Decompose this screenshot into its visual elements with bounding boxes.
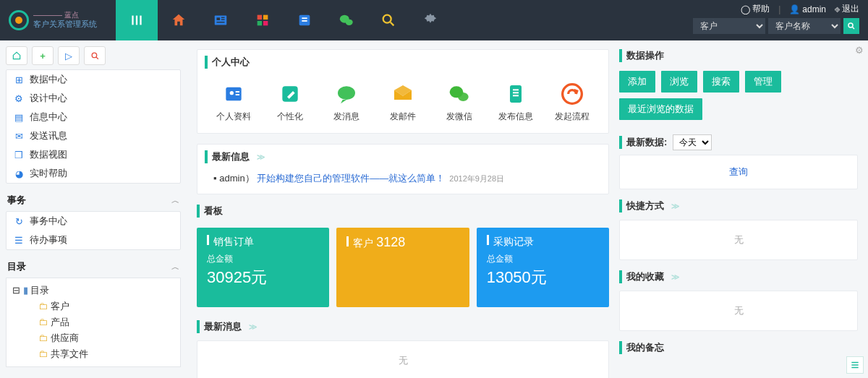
more-icon[interactable]: ≫	[257, 153, 265, 162]
tab-add[interactable]: +	[32, 46, 54, 65]
help-icon: ◕	[14, 168, 24, 179]
sidebar-item-info-center[interactable]: ▤信息中心	[7, 108, 180, 126]
corner-menu-button[interactable]	[846, 356, 864, 374]
nav-news[interactable]	[200, 0, 242, 40]
svg-point-36	[563, 85, 582, 104]
personal-center-card: 个人中心 个人资料个性化发消息发邮件发微信发布信息发起流程	[197, 49, 609, 134]
svg-rect-27	[236, 94, 239, 95]
search-button[interactable]	[843, 18, 859, 34]
nav-search[interactable]	[367, 0, 409, 40]
latest-msg-heading: 最新消息≫	[197, 320, 609, 333]
latest-info-heading: 最新信息≫	[205, 150, 601, 163]
svg-rect-4	[217, 17, 221, 20]
svg-point-22	[92, 53, 97, 58]
latest-info-card: 最新信息≫ ▪ admin） 开始构建您自己的管理软件——就这么简单！2012年…	[197, 144, 609, 194]
news-item[interactable]: ▪ admin） 开始构建您自己的管理软件——就这么简单！2012年9月28日	[205, 171, 601, 186]
sidebar-item-design-center[interactable]: ⚙设计中心	[7, 89, 180, 108]
plus-icon: +	[40, 51, 46, 61]
news-date: 2012年9月28日	[449, 174, 504, 183]
help-link[interactable]: ◯ 帮助	[741, 3, 770, 15]
latest-data-select[interactable]: 今天	[673, 134, 712, 150]
ops-btn-4[interactable]: 最近浏览的数据	[619, 98, 702, 120]
pc-item-3[interactable]: 发邮件	[378, 82, 427, 123]
sidebar-item-data-view[interactable]: ❒数据视图	[7, 145, 180, 164]
send-icon: ✉	[14, 131, 24, 141]
sidebar-item-send-msg[interactable]: ✉发送讯息	[7, 126, 180, 145]
news-link[interactable]: 开始构建您自己的管理软件——就这么简单！	[257, 173, 445, 184]
nav-home[interactable]	[158, 0, 200, 40]
ops-btn-3[interactable]: 管理	[745, 71, 781, 93]
logout-link[interactable]: ⎆ 退出	[835, 3, 859, 15]
hamburger-icon	[850, 360, 860, 370]
grid-icon: ⊞	[14, 74, 24, 85]
list-icon: ☰	[14, 235, 24, 245]
user-link[interactable]: 👤 admin	[789, 3, 826, 15]
chevron-up-icon: ︿	[171, 262, 179, 272]
todo-items[interactable]: ☰待办事项	[7, 231, 180, 249]
more-icon[interactable]: ≫	[249, 322, 258, 332]
pc-item-label: 发消息	[322, 111, 371, 123]
pc-item-5[interactable]: 发布信息	[491, 82, 540, 123]
tab-home[interactable]	[6, 46, 27, 65]
pc-item-label: 发微信	[435, 111, 484, 123]
pc-item-2[interactable]: 发消息	[322, 82, 371, 123]
tree-supplier[interactable]: 🗀 供应商	[12, 330, 174, 346]
home-icon	[171, 12, 187, 28]
kanban-customer[interactable]: 客户 3128	[336, 228, 469, 307]
pc-item-label: 发起流程	[548, 111, 597, 123]
svg-rect-3	[215, 16, 227, 25]
favorite-heading: 我的收藏≫	[619, 270, 858, 283]
latest-data-section: 最新数据: 今天 查询	[619, 134, 858, 189]
tree-shared[interactable]: 🗀 共享文件	[12, 346, 174, 362]
more-icon[interactable]: ≫	[671, 272, 680, 282]
tasks-icon	[297, 12, 312, 28]
nav-apps[interactable]	[242, 0, 284, 40]
folder-icon: 🗀	[38, 317, 48, 327]
chat-icon	[335, 82, 358, 106]
search-field[interactable]: 客户名称	[768, 18, 841, 34]
chevron-up-icon: ︿	[171, 195, 179, 206]
affairs-center[interactable]: ↻事务中心	[7, 212, 180, 231]
kanban-section: 看板 销售订单 总金额 30925元 客户 3128 采购记录 总金额 1305…	[197, 205, 609, 310]
tree-customer[interactable]: 🗀 客户	[12, 298, 174, 314]
sidebar-item-help[interactable]: ◕实时帮助	[7, 164, 180, 183]
catalog-tree: ⊟ ▮ 目录 🗀 客户 🗀 产品 🗀 供应商 🗀 共享文件	[6, 278, 181, 367]
nav-wechat[interactable]	[326, 0, 367, 40]
wechat-icon	[448, 82, 471, 106]
latest-msg-section: 最新消息≫ 无	[197, 320, 609, 378]
mail-icon	[391, 82, 414, 106]
ops-btn-1[interactable]: 浏览	[661, 71, 697, 93]
logo[interactable]: ———— 蓝点 客户关系管理系统	[0, 0, 116, 40]
kanban-purchase[interactable]: 采购记录 总金额 13050元	[477, 228, 609, 307]
tab-play[interactable]: ▷	[58, 46, 80, 65]
kanban-sales-order[interactable]: 销售订单 总金额 30925元	[197, 228, 329, 307]
pc-item-label: 发布信息	[491, 111, 540, 123]
detail-title[interactable]: 详细信息︿	[6, 373, 181, 378]
book-icon: ▮	[23, 285, 28, 296]
svg-rect-9	[263, 15, 268, 20]
folder-icon: 🗀	[38, 332, 48, 343]
pc-item-0[interactable]: 个人资料	[209, 82, 258, 123]
layers-icon: ❒	[14, 150, 24, 160]
affairs-title[interactable]: 事务︿	[6, 189, 181, 211]
pc-item-1[interactable]: 个性化	[265, 82, 315, 123]
query-link[interactable]: 查询	[620, 155, 857, 189]
nav-settings[interactable]	[409, 0, 451, 40]
pc-item-6[interactable]: 发起流程	[548, 82, 597, 123]
tree-root[interactable]: ⊟ ▮ 目录	[12, 283, 174, 298]
favorite-empty: 无	[620, 291, 857, 330]
ops-btn-2[interactable]: 搜索	[703, 71, 739, 93]
pc-item-label: 个人资料	[209, 111, 258, 123]
tab-search[interactable]	[84, 46, 106, 65]
header: ———— 蓝点 客户关系管理系统 ◯ 帮助 | 👤 admin ⎆ 退出 客户 …	[0, 0, 868, 40]
nav-menu-toggle[interactable]	[116, 0, 158, 40]
tree-product[interactable]: 🗀 产品	[12, 314, 174, 330]
settings-corner[interactable]: ⚙	[855, 45, 864, 56]
pc-item-4[interactable]: 发微信	[435, 82, 484, 123]
catalog-title[interactable]: 目录︿	[6, 256, 181, 278]
nav-tasks[interactable]	[284, 0, 326, 40]
sidebar-item-data-center[interactable]: ⊞数据中心	[7, 70, 180, 89]
more-icon[interactable]: ≫	[671, 202, 680, 211]
search-category[interactable]: 客户	[693, 18, 765, 34]
ops-btn-0[interactable]: 添加	[619, 71, 655, 93]
